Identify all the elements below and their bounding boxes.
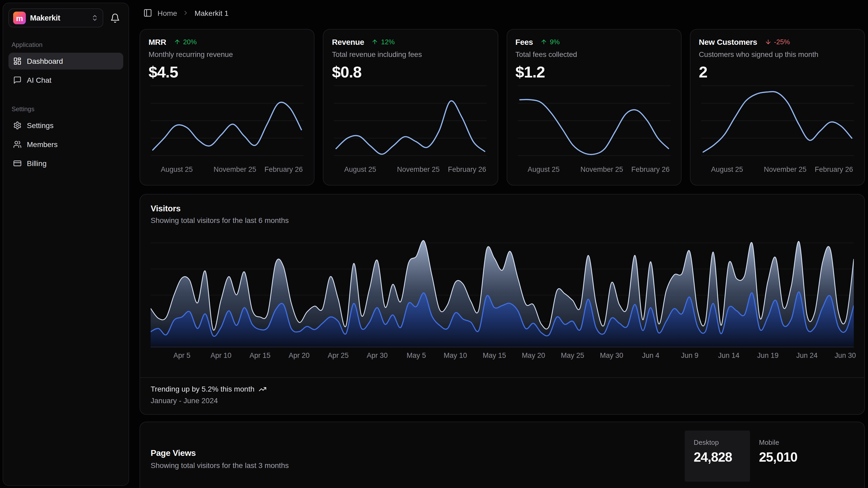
sidebar-item-members[interactable]: Members — [8, 136, 123, 153]
stat-title: New Customers — [699, 37, 757, 47]
desktop-label: Desktop — [694, 438, 741, 447]
sidebar-group-settings: Settings — [11, 106, 120, 113]
stat-value: $1.2 — [516, 63, 673, 81]
workspace-logo: m — [13, 11, 26, 24]
x-axis-label: Jun 24 — [796, 351, 817, 360]
sidebar-item-billing[interactable]: Billing — [8, 155, 123, 172]
stat-title: MRR — [149, 37, 166, 47]
sparkline-x-axis: August 25 November 25 February 26 — [149, 166, 306, 175]
sidebar-group-application: Application — [11, 41, 120, 49]
x-axis-label: Apr 5 — [173, 351, 190, 360]
workspace-name: Makerkit — [30, 14, 87, 22]
breadcrumb: Home Makerkit 1 — [143, 8, 228, 18]
trending-up-icon — [258, 385, 267, 393]
stat-value: $0.8 — [332, 63, 489, 81]
sparkline-x-axis: August 25 November 25 February 26 — [332, 166, 489, 175]
visitors-card: Visitors Showing total visitors for the … — [140, 194, 865, 415]
page-views-card: Page Views Showing total visitors for th… — [140, 422, 865, 488]
stat-title: Fees — [516, 37, 533, 47]
stat-value: 2 — [699, 63, 856, 81]
mobile-label: Mobile — [759, 438, 806, 447]
trend-badge: 12% — [372, 38, 395, 46]
x-axis-label: Jun 19 — [757, 351, 778, 360]
arrow-up-icon — [174, 38, 180, 45]
x-axis-label: Jun 30 — [835, 351, 856, 360]
sidebar-item-label: Dashboard — [27, 57, 63, 65]
mrr-sparkline — [149, 82, 306, 159]
page-views-series-toggles: Desktop 24,828 Mobile 25,010 — [685, 431, 815, 482]
workspace-selector[interactable]: m Makerkit — [8, 8, 103, 27]
stat-title: Revenue — [332, 37, 364, 47]
x-axis-label: May 15 — [483, 351, 506, 360]
visitors-footer: Trending up by 5.2% this month January -… — [140, 377, 864, 405]
chevrons-up-down-icon — [91, 14, 98, 22]
stat-subtitle: Total fees collected — [516, 50, 673, 58]
x-axis-label: Jun 9 — [681, 351, 699, 360]
x-axis-label: Apr 10 — [210, 351, 231, 360]
gear-icon — [13, 121, 22, 130]
stat-subtitle: Total revenue including fees — [332, 50, 489, 58]
sidebar-toggle-button[interactable] — [143, 8, 152, 18]
arrow-up-icon — [372, 38, 378, 45]
mobile-toggle-button[interactable]: Mobile 25,010 — [750, 431, 815, 482]
breadcrumb-current-page: Makerkit 1 — [195, 9, 228, 17]
fees-sparkline — [516, 82, 673, 159]
visitors-title: Visitors — [151, 204, 854, 213]
stat-card-revenue: Revenue 12% Total revenue including fees… — [323, 29, 498, 185]
sidebar-item-label: Settings — [27, 121, 54, 130]
mobile-total: 25,010 — [759, 450, 806, 464]
chevron-right-icon — [183, 9, 189, 16]
stat-card-new-customers: New Customers -25% Customers who signed … — [690, 29, 865, 185]
stat-card-mrr: MRR 20% Monthly recurring revenue $4.5 A… — [140, 29, 315, 185]
x-axis-label: Apr 15 — [250, 351, 271, 360]
new-customers-sparkline — [699, 82, 856, 159]
sparkline-x-axis: August 25 November 25 February 26 — [516, 166, 673, 175]
x-axis-label: May 20 — [522, 351, 545, 360]
sidebar-item-label: Billing — [27, 159, 46, 168]
visitors-subtitle: Showing total visitors for the last 6 mo… — [151, 216, 854, 225]
sidebar-item-label: AI Chat — [27, 76, 51, 84]
x-axis-label: Apr 25 — [328, 351, 349, 360]
visitors-x-axis: Apr 5Apr 10Apr 15Apr 20Apr 25Apr 30May 5… — [151, 351, 854, 361]
visitors-area-chart[interactable] — [151, 237, 854, 347]
arrow-down-icon — [765, 38, 771, 45]
notifications-button[interactable] — [106, 9, 123, 26]
sidebar-item-label: Members — [27, 140, 58, 149]
stat-card-fees: Fees 9% Total fees collected $1.2 August… — [506, 29, 682, 185]
visitors-date-range: January - June 2024 — [151, 396, 854, 405]
sidebar: m Makerkit Application Dashboard — [3, 3, 129, 486]
credit-card-icon — [13, 159, 22, 168]
x-axis-label: May 25 — [561, 351, 584, 360]
desktop-total: 24,828 — [694, 450, 741, 464]
bell-icon — [110, 13, 120, 23]
sparkline-x-axis: August 25 November 25 February 26 — [699, 166, 856, 175]
x-axis-label: May 10 — [444, 351, 467, 360]
trend-badge: 9% — [540, 38, 560, 46]
stat-subtitle: Monthly recurring revenue — [149, 50, 306, 58]
stat-cards-row: MRR 20% Monthly recurring revenue $4.5 A… — [140, 29, 865, 185]
chat-icon — [13, 76, 22, 84]
x-axis-label: Jun 4 — [642, 351, 659, 360]
x-axis-label: Jun 14 — [718, 351, 740, 360]
trend-badge: 20% — [174, 38, 197, 46]
stat-value: $4.5 — [149, 63, 306, 81]
x-axis-label: Apr 30 — [367, 351, 388, 360]
panel-left-icon — [143, 8, 152, 18]
sidebar-item-settings[interactable]: Settings — [8, 117, 123, 134]
revenue-sparkline — [332, 82, 489, 159]
visitors-trend-text: Trending up by 5.2% this month — [151, 385, 254, 393]
stat-subtitle: Customers who signed up this month — [699, 50, 856, 58]
x-axis-label: May 30 — [600, 351, 623, 360]
breadcrumb-home-link[interactable]: Home — [157, 9, 177, 17]
x-axis-label: May 5 — [407, 351, 426, 360]
desktop-toggle-button[interactable]: Desktop 24,828 — [685, 431, 750, 482]
dashboard-icon — [13, 57, 22, 65]
x-axis-label: Apr 20 — [289, 351, 310, 360]
arrow-up-icon — [540, 38, 547, 45]
sidebar-item-ai-chat[interactable]: AI Chat — [8, 72, 123, 89]
sidebar-item-dashboard[interactable]: Dashboard — [8, 53, 123, 69]
users-icon — [13, 140, 22, 149]
trend-badge: -25% — [765, 38, 790, 46]
